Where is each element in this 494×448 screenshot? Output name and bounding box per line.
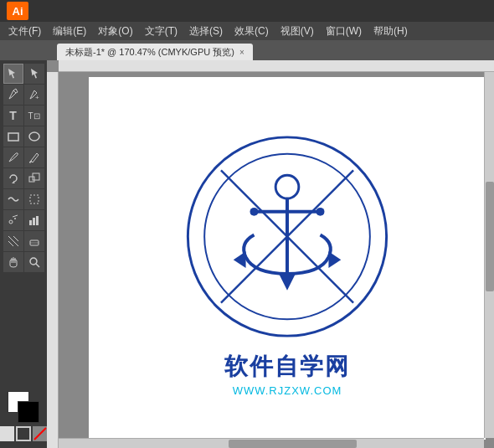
tool-row-7 [3, 189, 44, 209]
artwork-text-en: WWW.RJZXW.COM [233, 384, 342, 397]
type-tool[interactable]: T [3, 106, 23, 126]
menu-text[interactable]: 文字(T) [140, 23, 183, 40]
color-boxes [8, 391, 39, 423]
area-type-tool[interactable]: T⊡ [24, 106, 44, 126]
svg-point-2 [29, 132, 39, 141]
pen-tool[interactable] [3, 85, 23, 105]
tab-bar: 未标题-1* @ 170.47% (CMYK/GPU 预览) × [0, 40, 494, 60]
canvas-area[interactable]: 软件自学网 WWW.RJZXW.COM [47, 60, 494, 448]
tool-row-9 [3, 231, 44, 251]
column-graph-tool[interactable] [24, 210, 44, 230]
menu-file[interactable]: 文件(F) [3, 23, 46, 40]
menu-edit[interactable]: 编辑(E) [48, 23, 91, 40]
tool-row-6 [3, 168, 44, 188]
tool-row-1 [3, 64, 44, 84]
menu-select[interactable]: 选择(S) [184, 23, 228, 40]
h-scroll-thumb[interactable] [229, 440, 356, 448]
selection-tool[interactable] [3, 64, 23, 84]
tab-label: 未标题-1* @ 170.47% (CMYK/GPU 预览) [65, 46, 234, 59]
slice-tool[interactable] [3, 231, 23, 251]
rotate-tool[interactable] [3, 168, 23, 188]
svg-point-12 [30, 258, 37, 265]
eraser-tool[interactable] [24, 231, 44, 251]
svg-text:+: + [35, 94, 39, 101]
svg-point-22 [316, 207, 325, 215]
canvas-document: 软件自学网 WWW.RJZXW.COM [89, 77, 486, 440]
svg-marker-25 [279, 273, 296, 290]
svg-rect-3 [29, 177, 34, 182]
menu-effect[interactable]: 效果(C) [229, 23, 274, 40]
menu-bar: 文件(F) 编辑(E) 对象(O) 文字(T) 选择(S) 效果(C) 视图(V… [0, 22, 494, 40]
menu-object[interactable]: 对象(O) [93, 23, 137, 40]
warp-tool[interactable] [3, 189, 23, 209]
paintbrush-tool[interactable] [3, 147, 23, 167]
tool-row-5 [3, 147, 44, 167]
color-section [2, 388, 45, 445]
svg-rect-9 [33, 218, 35, 225]
svg-rect-10 [36, 216, 39, 225]
fill-icon[interactable] [0, 426, 14, 441]
ellipse-tool[interactable] [24, 126, 44, 147]
direct-selection-tool[interactable] [24, 64, 44, 84]
artwork: 软件自学网 WWW.RJZXW.COM [170, 129, 404, 397]
zoom-tool[interactable] [24, 252, 44, 272]
menu-window[interactable]: 窗口(W) [321, 23, 367, 40]
free-transform-tool[interactable] [24, 189, 44, 209]
left-toolbar: + T T⊡ [0, 60, 47, 448]
hand-tool[interactable] [3, 252, 23, 272]
svg-line-13 [34, 428, 46, 440]
stroke-icon[interactable] [16, 426, 31, 441]
main-area: + T T⊡ [0, 60, 494, 448]
menu-help[interactable]: 帮助(H) [368, 23, 413, 40]
ruler-left [47, 72, 59, 448]
color-mode-icons [0, 426, 48, 441]
svg-marker-23 [234, 251, 246, 268]
symbol-sprayer-tool[interactable] [3, 210, 23, 230]
menu-view[interactable]: 视图(V) [275, 23, 319, 40]
svg-point-6 [9, 220, 13, 224]
ruler-top [59, 60, 494, 72]
rectangle-tool[interactable] [3, 126, 23, 147]
background-color[interactable] [18, 401, 39, 423]
scale-tool[interactable] [24, 168, 44, 188]
artwork-text-cn: 软件自学网 [224, 351, 350, 383]
tool-row-3: T T⊡ [3, 106, 44, 126]
svg-rect-5 [30, 195, 39, 203]
svg-point-7 [14, 218, 16, 219]
tab-close-button[interactable]: × [239, 48, 244, 57]
svg-rect-1 [8, 133, 18, 141]
app-logo: Ai [7, 2, 28, 20]
title-bar: Ai [0, 0, 494, 22]
document-tab[interactable]: 未标题-1* @ 170.47% (CMYK/GPU 预览) × [57, 44, 253, 60]
tool-row-10 [3, 252, 44, 272]
tool-row-8 [3, 210, 44, 230]
svg-point-21 [250, 207, 259, 215]
vertical-scrollbar[interactable] [484, 72, 494, 438]
svg-point-18 [275, 175, 299, 198]
add-anchor-tool[interactable]: + [24, 85, 44, 105]
horizontal-scrollbar[interactable] [59, 438, 484, 448]
artwork-svg [178, 129, 396, 344]
svg-marker-24 [328, 251, 341, 268]
tool-row-4 [3, 126, 44, 147]
pencil-tool[interactable] [24, 147, 44, 167]
v-scroll-thumb[interactable] [486, 182, 494, 291]
svg-rect-8 [29, 220, 32, 225]
none-icon[interactable] [33, 426, 48, 441]
tool-row-2: + [3, 85, 44, 105]
